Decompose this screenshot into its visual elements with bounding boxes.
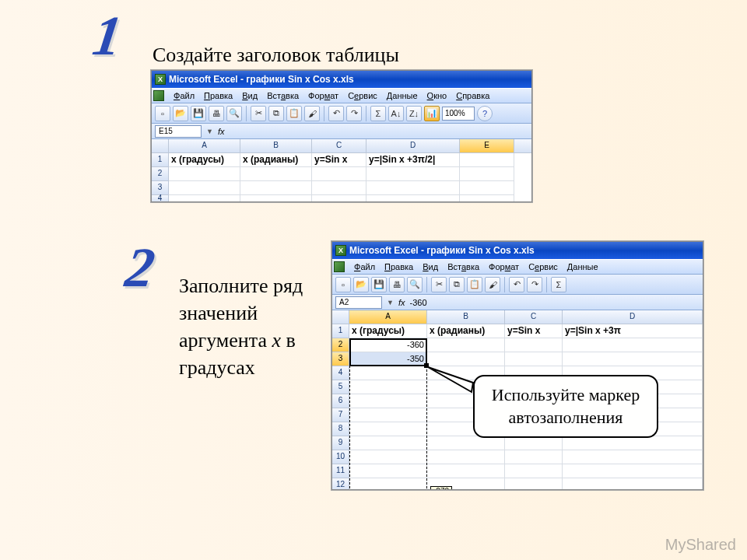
formula-value[interactable]: -360 [409, 298, 426, 307]
row-header-11[interactable]: 11 [332, 464, 349, 478]
col-header-A[interactable]: A [169, 139, 240, 152]
cell-C12[interactable] [505, 478, 563, 490]
preview-icon[interactable]: 🔍 [407, 277, 423, 292]
cell-C2[interactable] [312, 167, 366, 181]
cell-A2[interactable] [169, 167, 240, 181]
col-header-E[interactable]: E [460, 139, 514, 152]
col-header-B[interactable]: B [240, 139, 312, 152]
autosum-icon[interactable]: Σ [551, 277, 566, 292]
cell-A11[interactable] [349, 464, 427, 478]
row-header-2[interactable]: 2 [332, 338, 349, 352]
save-icon[interactable]: 💾 [371, 277, 387, 292]
cell-C11[interactable] [505, 464, 563, 478]
menu-file[interactable]: Файл [349, 262, 380, 271]
sort-desc-icon[interactable]: Z↓ [406, 106, 422, 121]
cell-E1[interactable] [460, 153, 514, 167]
redo-icon[interactable]: ↷ [346, 106, 362, 121]
row-header-2[interactable]: 2 [152, 167, 169, 181]
copy-icon[interactable]: ⧉ [449, 277, 465, 292]
row-header-10[interactable]: 10 [332, 450, 349, 464]
menu-format[interactable]: Формат [484, 262, 524, 271]
col-header-D[interactable]: D [563, 310, 703, 324]
cell-B1[interactable]: x (радианы) [427, 324, 505, 338]
open-icon[interactable]: 📂 [353, 277, 369, 292]
col-header-C[interactable]: C [505, 310, 563, 324]
cell-D3[interactable] [366, 181, 460, 195]
save-icon[interactable]: 💾 [191, 106, 206, 121]
menu-file[interactable]: Файл [169, 91, 199, 100]
cell-B3[interactable] [240, 181, 312, 195]
cell-D2[interactable] [563, 338, 703, 352]
cell-B1[interactable]: x (радианы) [240, 153, 312, 167]
cell-E3[interactable] [460, 181, 514, 195]
undo-icon[interactable]: ↶ [328, 106, 344, 121]
menubar[interactable]: Файл Правка Вид Вставка Формат Сервис Да… [152, 88, 531, 103]
menu-data[interactable]: Данные [382, 91, 423, 100]
cell-D4[interactable] [366, 195, 460, 202]
cell-E4[interactable] [460, 195, 514, 202]
cell-D12[interactable] [563, 478, 703, 490]
cell-C1[interactable]: y=Sin x [312, 153, 366, 167]
control-menu-icon[interactable] [334, 261, 345, 272]
dropdown-icon[interactable]: ▼ [206, 128, 213, 135]
menu-view[interactable]: Вид [237, 91, 262, 100]
menu-format[interactable]: Формат [303, 91, 343, 100]
row-header-4[interactable]: 4 [152, 195, 169, 202]
cell-A9[interactable] [349, 436, 427, 450]
row-header-1[interactable]: 1 [332, 324, 349, 338]
paste-icon[interactable]: 📋 [467, 277, 482, 292]
row-header-6[interactable]: 6 [332, 394, 349, 408]
fx-icon[interactable]: fx [398, 298, 405, 307]
col-header-B[interactable]: B [427, 310, 505, 324]
row-header-8[interactable]: 8 [332, 422, 349, 436]
print-icon[interactable]: 🖶 [209, 106, 224, 121]
format-painter-icon[interactable]: 🖌 [304, 106, 320, 121]
row-header-9[interactable]: 9 [332, 436, 349, 450]
cell-A4[interactable] [169, 195, 240, 202]
menu-window[interactable]: Окно [423, 91, 452, 100]
name-box[interactable]: E15 [155, 125, 202, 138]
cell-B3[interactable] [427, 352, 505, 366]
format-painter-icon[interactable]: 🖌 [485, 277, 500, 292]
cell-D2[interactable] [366, 167, 460, 181]
cell-D11[interactable] [563, 464, 703, 478]
cell-D9[interactable] [563, 436, 703, 450]
dropdown-icon[interactable]: ▼ [387, 299, 394, 306]
cell-A1[interactable]: x (градусы) [349, 324, 427, 338]
spreadsheet-grid[interactable]: A B C D E 1 x (градусы) x (радианы) y=Si… [152, 139, 531, 202]
col-header-D[interactable]: D [366, 139, 460, 152]
row-header-5[interactable]: 5 [332, 380, 349, 394]
row-header-1[interactable]: 1 [152, 153, 169, 167]
row-header-3[interactable]: 3 [332, 352, 349, 366]
new-icon[interactable]: ▫ [335, 277, 351, 292]
cell-B4[interactable] [240, 195, 312, 202]
cell-D3[interactable] [563, 352, 703, 366]
copy-icon[interactable]: ⧉ [268, 106, 284, 121]
cell-B10[interactable] [427, 450, 505, 464]
row-header-4[interactable]: 4 [332, 366, 349, 380]
menu-tools[interactable]: Сервис [343, 91, 382, 100]
autosum-icon[interactable]: Σ [370, 106, 386, 121]
cut-icon[interactable]: ✂ [251, 106, 266, 121]
cell-A4[interactable] [349, 366, 427, 380]
menu-edit[interactable]: Правка [380, 262, 418, 271]
cell-A7[interactable] [349, 408, 427, 422]
cell-B9[interactable] [427, 436, 505, 450]
cell-C10[interactable] [505, 450, 563, 464]
cell-A3[interactable]: -350 [349, 352, 427, 366]
name-box[interactable]: A2 [335, 296, 382, 309]
preview-icon[interactable]: 🔍 [226, 106, 242, 121]
chart-icon[interactable]: 📊 [424, 106, 440, 121]
cell-B11[interactable] [427, 464, 505, 478]
cell-A8[interactable] [349, 422, 427, 436]
menu-tools[interactable]: Сервис [524, 262, 563, 271]
menu-help[interactable]: Справка [451, 91, 494, 100]
cell-D10[interactable] [563, 450, 703, 464]
cell-A2[interactable]: -360 [349, 338, 427, 352]
cell-C2[interactable] [505, 338, 563, 352]
fill-handle[interactable] [424, 363, 429, 368]
cell-B2[interactable] [240, 167, 312, 181]
menu-insert[interactable]: Вставка [443, 262, 484, 271]
cell-C3[interactable] [505, 352, 563, 366]
cell-D1[interactable]: y=|Sin x +3π/2| [366, 153, 460, 167]
